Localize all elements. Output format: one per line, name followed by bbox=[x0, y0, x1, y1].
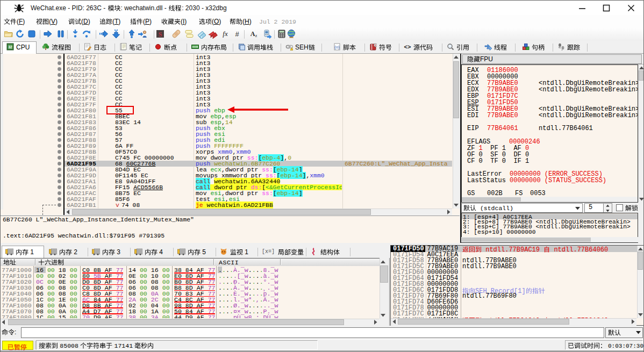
svg-text:<>: <> bbox=[404, 44, 411, 50]
svg-text:32: 32 bbox=[8, 45, 12, 49]
svg-text:z: z bbox=[255, 33, 257, 38]
svg-text:fx: fx bbox=[223, 30, 228, 38]
svg-text:S: S bbox=[159, 31, 162, 38]
svg-text:#: # bbox=[235, 30, 239, 38]
svg-text:{o}: {o} bbox=[334, 45, 340, 49]
svg-text:A: A bbox=[251, 30, 255, 38]
